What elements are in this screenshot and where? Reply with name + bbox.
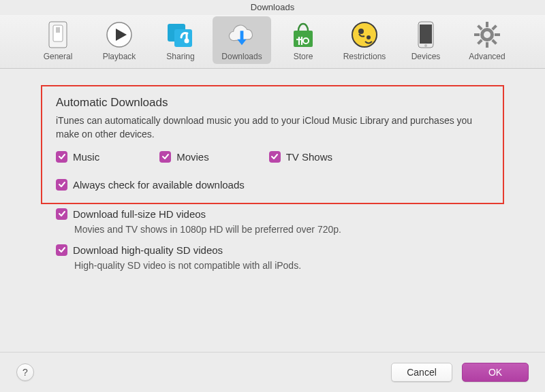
cloud-download-icon (228, 20, 256, 49)
sharing-icon (166, 20, 195, 49)
ok-button[interactable]: OK (462, 363, 529, 382)
checkbox-label: Movies (176, 151, 209, 163)
checkbox-movies[interactable]: Movies (159, 151, 209, 163)
tab-downloads[interactable]: Downloads (213, 16, 271, 64)
svg-point-21 (424, 44, 427, 47)
svg-rect-24 (486, 42, 488, 48)
content-area: Automatic Downloads iTunes can automatic… (0, 69, 545, 271)
checkbox-hd[interactable]: Download full-size HD videos (56, 208, 489, 220)
dialog-footer: ? Cancel OK (0, 352, 545, 392)
svg-rect-2 (56, 27, 60, 33)
svg-rect-23 (486, 22, 488, 27)
tab-label: Playback (103, 52, 136, 61)
checkbox-music[interactable]: Music (56, 151, 99, 163)
svg-rect-25 (474, 33, 480, 36)
tab-restrictions[interactable]: Restrictions (335, 16, 394, 64)
checkbox-label: Download full-size HD videos (73, 208, 206, 220)
sd-description: High-quality SD video is not compatible … (74, 260, 489, 271)
tab-store[interactable]: Store (274, 16, 332, 64)
svg-marker-10 (237, 39, 246, 46)
section-title: Automatic Downloads (56, 96, 489, 110)
hd-description: Movies and TV shows in 1080p HD will be … (74, 224, 489, 235)
tab-label: Devices (411, 52, 441, 61)
auto-downloads-section: Automatic Downloads iTunes can automatic… (41, 85, 504, 204)
svg-point-17 (358, 29, 364, 34)
checkmark-icon (56, 151, 67, 163)
checkmark-icon (56, 244, 67, 256)
svg-rect-20 (420, 24, 432, 44)
tab-general[interactable]: General (29, 16, 87, 64)
media-type-row: Music Movies TV Shows (56, 151, 489, 163)
svg-point-31 (484, 31, 490, 38)
checkmark-icon (56, 179, 67, 191)
tab-devices[interactable]: Devices (396, 16, 455, 64)
svg-rect-26 (495, 33, 500, 36)
gear-icon (473, 20, 501, 49)
tab-sharing[interactable]: Sharing (151, 16, 210, 64)
store-icon (289, 20, 317, 49)
tab-label: Advanced (469, 52, 505, 61)
checkmark-icon (159, 151, 171, 163)
checkmark-icon (269, 151, 281, 163)
play-icon (105, 20, 134, 49)
restrictions-icon (350, 20, 379, 49)
tab-label: Restrictions (343, 52, 386, 61)
additional-options: Download full-size HD videos Movies and … (33, 208, 512, 271)
checkbox-always-check[interactable]: Always check for available downloads (56, 179, 489, 191)
tab-label: General (44, 52, 73, 61)
checkmark-icon (56, 208, 67, 220)
checkbox-label: Download high-quality SD videos (73, 244, 223, 256)
section-description: iTunes can automatically download music … (56, 114, 489, 142)
svg-rect-6 (174, 29, 192, 47)
svg-rect-30 (491, 39, 497, 44)
window-title: Downloads (0, 0, 545, 15)
device-icon (411, 20, 440, 49)
tab-label: Store (294, 52, 313, 61)
tab-advanced[interactable]: Advanced (458, 16, 516, 64)
svg-rect-27 (491, 24, 497, 30)
checkbox-label: Always check for available downloads (73, 179, 245, 191)
svg-point-18 (367, 35, 371, 39)
checkbox-label: Music (73, 151, 99, 163)
cancel-button[interactable]: Cancel (391, 363, 452, 382)
tab-label: Downloads (221, 52, 262, 61)
help-button[interactable]: ? (16, 363, 34, 381)
general-icon (44, 20, 72, 49)
svg-rect-28 (477, 39, 482, 44)
tab-label: Sharing (166, 52, 194, 61)
preferences-toolbar: General Playback Sharing (0, 15, 545, 69)
tab-playback[interactable]: Playback (90, 16, 149, 64)
svg-rect-9 (240, 31, 244, 39)
svg-point-16 (352, 22, 377, 47)
svg-rect-29 (477, 24, 482, 30)
checkbox-tvshows[interactable]: TV Shows (269, 151, 332, 163)
checkbox-sd[interactable]: Download high-quality SD videos (56, 244, 489, 256)
checkbox-label: TV Shows (286, 151, 332, 163)
